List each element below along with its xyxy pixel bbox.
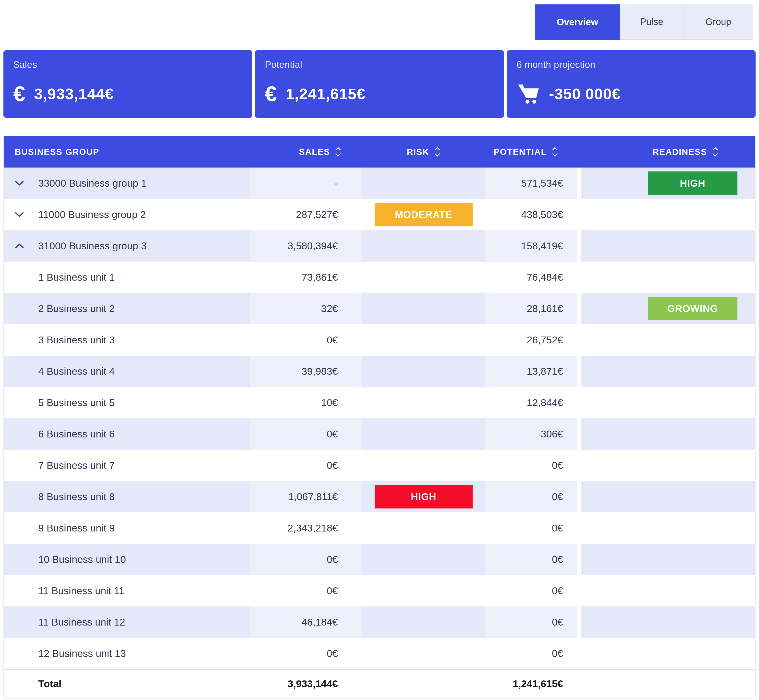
risk-badge: HIGH (375, 485, 473, 508)
table-row[interactable]: 33000 Business group 1-571,534€HIGH (4, 167, 755, 199)
potential-value: 26,752€ (527, 334, 563, 346)
column-gap (577, 230, 581, 262)
sales-cell: 0€ (250, 418, 362, 450)
sales-cell: 0€ (250, 638, 362, 669)
sales-cell: 0€ (250, 544, 362, 575)
readiness-cell (581, 512, 755, 544)
business-group-cell: 9 Business unit 9 (4, 512, 250, 544)
chevron-down-icon[interactable] (15, 212, 38, 217)
euro-icon: € (265, 83, 277, 105)
column-header-risk[interactable]: RISK (362, 136, 485, 167)
readiness-cell (581, 324, 755, 356)
risk-cell (362, 606, 485, 638)
column-label: POTENTIAL (494, 147, 546, 157)
sales-value: 0€ (327, 334, 338, 346)
risk-cell (362, 638, 485, 669)
table-row: 4 Business unit 439,983€13,871€ (4, 356, 755, 387)
readiness-cell (581, 418, 755, 450)
sales-value: 10€ (321, 397, 338, 409)
sort-icon[interactable] (552, 146, 558, 158)
potential-value: 571,534€ (521, 178, 563, 189)
business-group-cell: 11000 Business group 2 (4, 199, 250, 230)
column-header-readiness[interactable]: READINESS (581, 136, 755, 167)
business-group-cell: 5 Business unit 5 (4, 387, 250, 418)
row-label: 12 Business unit 13 (38, 648, 126, 659)
sort-icon[interactable] (712, 146, 718, 158)
readiness-cell (581, 481, 755, 512)
readiness-cell: HIGH (581, 167, 755, 199)
sales-cell: 32€ (250, 293, 362, 324)
row-label: 2 Business unit 2 (38, 303, 115, 314)
table-row: 9 Business unit 92,343,218€0€ (4, 512, 755, 544)
sales-cell: 0€ (250, 324, 362, 356)
sales-cell: 1,067,811€ (250, 481, 362, 512)
chevron-up-icon[interactable] (15, 243, 38, 249)
sales-cell: - (250, 167, 362, 199)
column-label: BUSINESS GROUP (15, 147, 99, 157)
column-header-sales[interactable]: SALES (250, 136, 362, 167)
table-row[interactable]: 11000 Business group 2287,527€MODERATE43… (4, 199, 755, 230)
kpi-label: Potential (265, 59, 302, 70)
potential-cell: 12,844€ (485, 387, 577, 418)
potential-cell: 0€ (485, 481, 577, 512)
table-row: 5 Business unit 510€12,844€ (4, 387, 755, 418)
row-label: 11 Business unit 11 (38, 585, 124, 597)
column-header-potential[interactable]: POTENTIAL (485, 136, 577, 167)
tab-overview[interactable]: Overview (535, 5, 620, 40)
column-label: READINESS (653, 147, 707, 157)
chevron-down-icon[interactable] (15, 180, 38, 186)
potential-value: 28,161€ (527, 303, 563, 314)
table-header: BUSINESS GROUP SALES RISK PO (4, 136, 755, 167)
business-group-cell: 3 Business unit 3 (4, 324, 250, 356)
row-label: 7 Business unit 7 (38, 460, 115, 471)
sort-icon[interactable] (434, 146, 440, 158)
column-gap (577, 544, 581, 575)
sales-cell: 46,184€ (250, 606, 362, 638)
column-gap (577, 606, 581, 638)
potential-value: 0€ (552, 491, 563, 503)
potential-value: 0€ (552, 648, 563, 659)
potential-value: 13,871€ (527, 366, 563, 377)
readiness-cell (581, 262, 755, 293)
sales-cell: 287,527€ (250, 199, 362, 230)
column-gap (577, 450, 581, 481)
potential-value: 12,844€ (527, 397, 563, 409)
potential-value: 0€ (552, 617, 563, 628)
row-label: 11 Business unit 12 (38, 617, 125, 628)
column-gap (577, 670, 581, 698)
potential-cell: 0€ (485, 606, 577, 638)
table-row[interactable]: 31000 Business group 33,580,394€158,419€ (4, 230, 755, 262)
readiness-badge: GROWING (648, 297, 737, 320)
potential-cell: 13,871€ (485, 356, 577, 387)
column-gap (577, 387, 581, 418)
business-group-cell: 4 Business unit 4 (4, 356, 250, 387)
tab-group[interactable]: Group (684, 5, 753, 40)
business-group-cell: 6 Business unit 6 (4, 418, 250, 450)
business-group-cell: 11 Business unit 12 (4, 606, 250, 638)
business-group-cell: 8 Business unit 8 (4, 481, 250, 512)
sales-cell: 3,580,394€ (250, 230, 362, 262)
sales-value: 287,527€ (296, 209, 338, 220)
sales-value: 0€ (327, 460, 338, 471)
risk-cell (362, 512, 485, 544)
row-label: 5 Business unit 5 (38, 397, 115, 409)
table-row: 2 Business unit 232€28,161€GROWING (4, 293, 755, 324)
potential-cell: 26,752€ (485, 324, 577, 356)
risk-cell (362, 324, 485, 356)
total-readiness-cell (581, 670, 755, 698)
risk-cell (362, 387, 485, 418)
sales-value: 1,067,811€ (288, 491, 338, 503)
row-label: 31000 Business group 3 (38, 240, 147, 252)
readiness-cell (581, 575, 755, 606)
business-group-cell: 12 Business unit 13 (4, 638, 250, 669)
sales-value: 46,184€ (302, 617, 338, 628)
column-gap (577, 293, 581, 324)
risk-cell (362, 544, 485, 575)
sort-icon[interactable] (335, 146, 341, 158)
potential-cell: 0€ (485, 450, 577, 481)
sales-cell: 0€ (250, 450, 362, 481)
column-gap (577, 481, 581, 512)
potential-value: 0€ (552, 460, 563, 471)
potential-value: 0€ (552, 554, 563, 565)
tab-pulse[interactable]: Pulse (620, 5, 684, 40)
